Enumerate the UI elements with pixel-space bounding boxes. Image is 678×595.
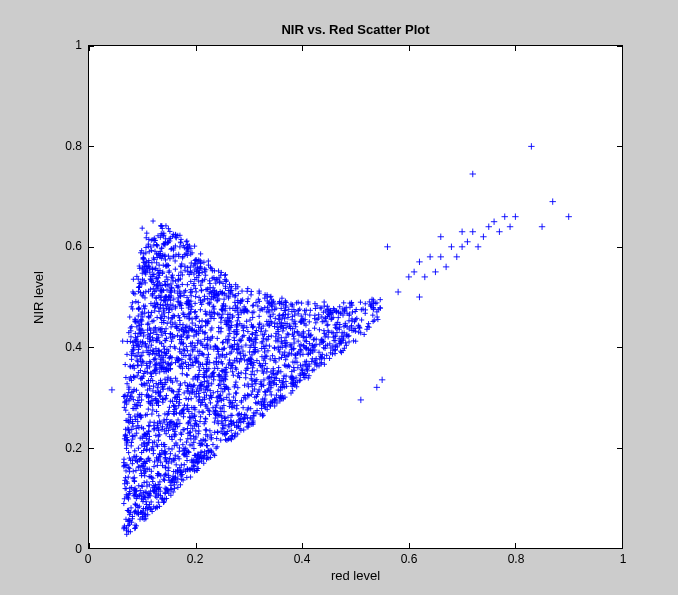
x-tick-label: 1 [620, 552, 627, 566]
y-tick-label: 0 [52, 542, 82, 556]
x-tick-label: 0.2 [187, 552, 204, 566]
figure-window: NIR vs. Red Scatter Plot NIR level red l… [0, 0, 678, 595]
y-axis-label: NIR level [28, 45, 48, 549]
x-tick-label: 0 [85, 552, 92, 566]
y-tick-label: 0.4 [52, 340, 82, 354]
chart-title: NIR vs. Red Scatter Plot [88, 22, 623, 37]
chart-axes [88, 45, 623, 549]
y-tick-label: 0.2 [52, 441, 82, 455]
x-axis-label: red level [88, 568, 623, 583]
x-tick-label: 0.8 [508, 552, 525, 566]
x-tick-label: 0.6 [401, 552, 418, 566]
x-tick-label: 0.4 [294, 552, 311, 566]
scatter-plot-area [89, 46, 622, 548]
y-tick-label: 0.6 [52, 239, 82, 253]
y-tick-label: 0.8 [52, 139, 82, 153]
y-tick-label: 1 [52, 38, 82, 52]
